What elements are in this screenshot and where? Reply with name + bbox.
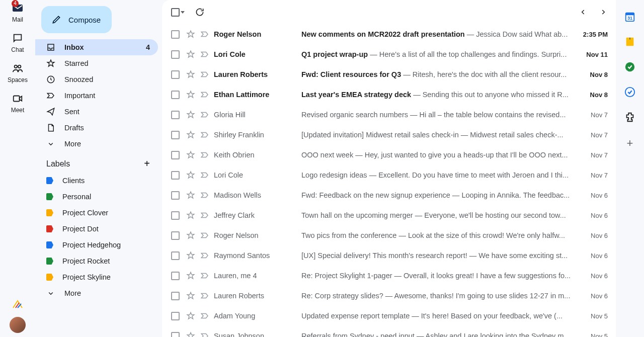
refresh-button[interactable] [195, 7, 205, 17]
row-checkbox[interactable] [171, 91, 180, 99]
page-next-button[interactable] [600, 9, 607, 16]
row-checkbox[interactable] [171, 251, 180, 260]
star-toggle[interactable] [186, 110, 196, 120]
star-toggle[interactable] [186, 29, 196, 39]
rail-spaces[interactable]: Spaces [8, 62, 28, 83]
row-checkbox[interactable] [171, 70, 180, 79]
important-toggle[interactable] [200, 150, 210, 160]
row-checkbox[interactable] [171, 171, 180, 180]
rail-mail[interactable]: 4 Mail [12, 2, 24, 23]
rail-meet[interactable]: Meet [11, 93, 25, 114]
email-row[interactable]: Raymond Santos [UX] Special delivery! Th… [162, 245, 616, 266]
email-row[interactable]: Roger Nelson Two pics from the conferenc… [162, 225, 616, 245]
email-row[interactable]: Lauren Roberts Fwd: Client resources for… [162, 64, 616, 85]
calendar-icon[interactable]: 31 [624, 11, 635, 22]
star-toggle[interactable] [186, 190, 196, 200]
email-row[interactable]: Keith Obrien OOO next week — Hey, just w… [162, 145, 616, 165]
email-row[interactable]: Ethan Lattimore Last year's EMEA strateg… [162, 85, 616, 105]
email-row[interactable]: Shirley Franklin [Updated invitation] Mi… [162, 125, 616, 145]
star-toggle[interactable] [186, 150, 196, 160]
email-row[interactable]: Lori Cole Q1 project wrap-up — Here's a … [162, 44, 616, 64]
tasks-icon[interactable] [624, 61, 635, 72]
important-toggle[interactable] [200, 190, 210, 200]
page-prev-button[interactable] [580, 9, 587, 16]
row-checkbox[interactable] [171, 272, 180, 280]
nav-sent[interactable]: Sent [35, 104, 158, 120]
label-item[interactable]: Clients [35, 173, 158, 189]
nav-drafts[interactable]: Drafts [35, 120, 158, 136]
star-toggle[interactable] [186, 271, 196, 281]
important-toggle[interactable] [200, 291, 210, 301]
email-row[interactable]: Susan Johnson Referrals from Sydney - ne… [162, 326, 616, 337]
email-row[interactable]: Lauren Roberts Re: Corp strategy slides?… [162, 286, 616, 306]
row-checkbox[interactable] [171, 312, 180, 320]
star-toggle[interactable] [186, 230, 196, 240]
row-checkbox[interactable] [171, 111, 180, 119]
star-toggle[interactable] [186, 170, 196, 180]
row-checkbox[interactable] [171, 211, 180, 220]
row-checkbox[interactable] [171, 332, 180, 338]
star-toggle[interactable] [186, 311, 196, 321]
important-toggle[interactable] [200, 69, 210, 79]
important-toggle[interactable] [200, 230, 210, 240]
get-addons-button[interactable]: + [627, 137, 633, 150]
important-toggle[interactable] [200, 210, 210, 220]
row-checkbox[interactable] [171, 292, 180, 300]
important-toggle[interactable] [200, 130, 210, 140]
important-toggle[interactable] [200, 90, 210, 100]
select-all-checkbox[interactable] [171, 8, 180, 17]
select-all-dropdown[interactable] [171, 8, 185, 17]
email-list: Roger Nelson New comments on MCR2022 dra… [162, 24, 616, 337]
important-toggle[interactable] [200, 331, 210, 337]
email-row[interactable]: Gloria Hill Revised organic search numbe… [162, 105, 616, 125]
user-avatar[interactable] [10, 317, 26, 333]
nav-more[interactable]: More [35, 136, 158, 152]
rail-chat[interactable]: Chat [11, 32, 24, 53]
email-row[interactable]: Lauren, me 4 Re: Project Skylight 1-page… [162, 266, 616, 286]
nav-starred[interactable]: Starred [35, 55, 158, 71]
abstract-logo-icon[interactable] [12, 299, 24, 311]
nav-snoozed[interactable]: Snoozed [35, 71, 158, 88]
row-checkbox[interactable] [171, 231, 180, 240]
caret-down-icon[interactable] [181, 11, 185, 14]
nav-important[interactable]: Important [35, 88, 158, 104]
label-item[interactable]: Personal [35, 189, 158, 205]
email-row[interactable]: Jeffrey Clark Town hall on the upcoming … [162, 205, 616, 225]
row-checkbox[interactable] [171, 151, 180, 159]
row-checkbox[interactable] [171, 30, 180, 39]
star-toggle[interactable] [186, 210, 196, 220]
important-toggle[interactable] [200, 29, 210, 39]
addons-icon[interactable] [624, 112, 635, 123]
star-toggle[interactable] [186, 69, 196, 79]
row-checkbox[interactable] [171, 50, 180, 59]
label-item[interactable]: Project Hedgehog [35, 237, 158, 253]
row-checkbox[interactable] [171, 131, 180, 139]
star-toggle[interactable] [186, 49, 196, 59]
star-toggle[interactable] [186, 250, 196, 261]
important-toggle[interactable] [200, 250, 210, 261]
star-toggle[interactable] [186, 130, 196, 140]
star-toggle[interactable] [186, 291, 196, 301]
label-item[interactable]: Project Dot [35, 221, 158, 237]
star-toggle[interactable] [186, 90, 196, 100]
contacts-icon[interactable] [624, 87, 635, 98]
email-row[interactable]: Roger Nelson New comments on MCR2022 dra… [162, 24, 616, 44]
email-row[interactable]: Madison Wells Fwd: Feedback on the new s… [162, 185, 616, 205]
row-checkbox[interactable] [171, 191, 180, 200]
email-row[interactable]: Adam Young Updated expense report templa… [162, 306, 616, 326]
important-toggle[interactable] [200, 170, 210, 180]
important-toggle[interactable] [200, 311, 210, 321]
nav-inbox[interactable]: Inbox 4 [35, 39, 158, 55]
important-toggle[interactable] [200, 110, 210, 120]
labels-more[interactable]: More [35, 285, 158, 301]
email-row[interactable]: Lori Cole Logo redesign ideas — Excellen… [162, 165, 616, 185]
label-item[interactable]: Project Rocket [35, 253, 158, 269]
important-toggle[interactable] [200, 271, 210, 281]
keep-icon[interactable] [624, 36, 635, 47]
label-item[interactable]: Project Skyline [35, 269, 158, 285]
add-label-button[interactable]: + [144, 158, 150, 170]
compose-button[interactable]: Compose [41, 6, 112, 33]
star-toggle[interactable] [186, 331, 196, 337]
label-item[interactable]: Project Clover [35, 205, 158, 221]
important-toggle[interactable] [200, 49, 210, 59]
